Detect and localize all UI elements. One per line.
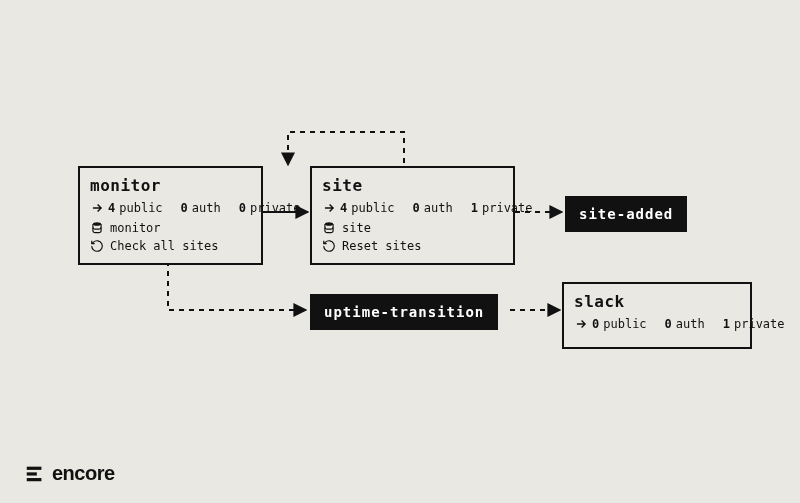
stat-value: 1 xyxy=(723,317,730,331)
stat-label: public xyxy=(603,317,646,331)
stat-label: private xyxy=(250,201,301,215)
edge-site-to-monitor xyxy=(288,132,404,165)
stat-value: 0 xyxy=(592,317,599,331)
service-node-monitor: monitor 4 public 0 auth 0 private monito… xyxy=(78,166,263,265)
node-stats: 4 public 0 auth 0 private xyxy=(90,201,251,215)
stat-value: 0 xyxy=(181,201,188,215)
stat-label: auth xyxy=(676,317,705,331)
node-stats: 0 public 0 auth 1 private xyxy=(574,317,740,331)
arrow-right-icon xyxy=(322,201,336,215)
stat-label: private xyxy=(482,201,533,215)
db-label: monitor xyxy=(110,221,161,235)
stat-public: 4 public xyxy=(90,201,163,215)
stat-private: 1 private xyxy=(723,317,785,331)
stat-value: 4 xyxy=(108,201,115,215)
stat-value: 0 xyxy=(665,317,672,331)
brand-name: encore xyxy=(52,462,115,485)
stat-public: 0 public xyxy=(574,317,647,331)
stat-label: auth xyxy=(192,201,221,215)
node-stats: 4 public 0 auth 1 private xyxy=(322,201,503,215)
svg-rect-2 xyxy=(27,466,42,469)
svg-point-0 xyxy=(93,222,101,226)
stat-private: 0 private xyxy=(239,201,301,215)
event-badge-site-added: site-added xyxy=(565,196,687,232)
database-icon xyxy=(322,221,336,235)
stat-value: 0 xyxy=(413,201,420,215)
node-title: slack xyxy=(574,292,740,311)
node-title: site xyxy=(322,176,503,195)
stat-value: 1 xyxy=(471,201,478,215)
edge-monitor-to-uptime xyxy=(168,261,306,310)
stat-auth: 0 auth xyxy=(181,201,221,215)
db-row: monitor xyxy=(90,221,251,235)
stat-public: 4 public xyxy=(322,201,395,215)
stat-label: public xyxy=(351,201,394,215)
stat-label: public xyxy=(119,201,162,215)
cron-label: Check all sites xyxy=(110,239,218,253)
arrow-right-icon xyxy=(574,317,588,331)
cron-label: Reset sites xyxy=(342,239,421,253)
stat-auth: 0 auth xyxy=(665,317,705,331)
node-title: monitor xyxy=(90,176,251,195)
service-node-site: site 4 public 0 auth 1 private site Rese… xyxy=(310,166,515,265)
cron-row: Check all sites xyxy=(90,239,251,253)
stat-value: 4 xyxy=(340,201,347,215)
stat-value: 0 xyxy=(239,201,246,215)
svg-rect-3 xyxy=(27,472,37,475)
refresh-icon xyxy=(90,239,104,253)
svg-rect-4 xyxy=(27,478,42,481)
db-row: site xyxy=(322,221,503,235)
arrow-right-icon xyxy=(90,201,104,215)
refresh-icon xyxy=(322,239,336,253)
stat-auth: 0 auth xyxy=(413,201,453,215)
svg-point-1 xyxy=(325,222,333,226)
db-label: site xyxy=(342,221,371,235)
stat-label: private xyxy=(734,317,785,331)
stat-private: 1 private xyxy=(471,201,533,215)
stat-label: auth xyxy=(424,201,453,215)
database-icon xyxy=(90,221,104,235)
diagram-canvas: monitor 4 public 0 auth 0 private monito… xyxy=(0,0,800,503)
brand-logo: encore xyxy=(24,462,115,485)
event-badge-uptime-transition: uptime-transition xyxy=(310,294,498,330)
cron-row: Reset sites xyxy=(322,239,503,253)
encore-logo-icon xyxy=(24,463,46,485)
service-node-slack: slack 0 public 0 auth 1 private xyxy=(562,282,752,349)
